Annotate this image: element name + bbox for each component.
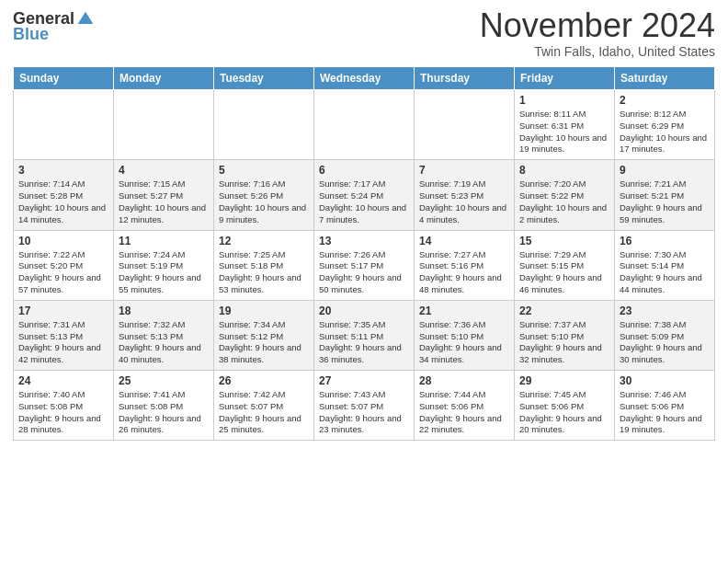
calendar-week-row: 17Sunrise: 7:31 AM Sunset: 5:13 PM Dayli…	[14, 300, 715, 370]
day-number: 7	[419, 164, 509, 177]
day-info: Sunrise: 7:20 AM Sunset: 5:22 PM Dayligh…	[519, 178, 609, 225]
day-info: Sunrise: 7:27 AM Sunset: 5:16 PM Dayligh…	[419, 249, 509, 296]
day-info: Sunrise: 7:15 AM Sunset: 5:27 PM Dayligh…	[119, 178, 209, 225]
day-info: Sunrise: 7:38 AM Sunset: 5:09 PM Dayligh…	[620, 319, 710, 366]
day-info: Sunrise: 7:40 AM Sunset: 5:08 PM Dayligh…	[18, 389, 108, 436]
table-row: 22Sunrise: 7:37 AM Sunset: 5:10 PM Dayli…	[515, 300, 615, 370]
day-info: Sunrise: 7:16 AM Sunset: 5:26 PM Dayligh…	[219, 178, 309, 225]
calendar-week-row: 24Sunrise: 7:40 AM Sunset: 5:08 PM Dayli…	[14, 371, 715, 441]
day-number: 22	[519, 304, 609, 317]
day-number: 9	[620, 164, 710, 177]
day-info: Sunrise: 7:42 AM Sunset: 5:07 PM Dayligh…	[219, 389, 309, 436]
logo-blue-text: Blue	[13, 25, 49, 44]
table-row: 12Sunrise: 7:25 AM Sunset: 5:18 PM Dayli…	[214, 230, 314, 300]
day-info: Sunrise: 7:44 AM Sunset: 5:06 PM Dayligh…	[419, 389, 509, 436]
header-sunday: Sunday	[14, 67, 114, 90]
day-number: 28	[419, 374, 509, 387]
day-number: 15	[519, 235, 609, 247]
day-number: 6	[319, 164, 409, 177]
calendar-week-row: 10Sunrise: 7:22 AM Sunset: 5:20 PM Dayli…	[14, 230, 715, 300]
day-info: Sunrise: 7:29 AM Sunset: 5:15 PM Dayligh…	[519, 249, 609, 296]
table-row: 6Sunrise: 7:17 AM Sunset: 5:24 PM Daylig…	[314, 160, 415, 230]
table-row: 15Sunrise: 7:29 AM Sunset: 5:15 PM Dayli…	[515, 230, 615, 300]
day-info: Sunrise: 7:31 AM Sunset: 5:13 PM Dayligh…	[18, 319, 108, 366]
day-info: Sunrise: 8:11 AM Sunset: 6:31 PM Dayligh…	[519, 109, 609, 155]
day-number: 19	[219, 304, 309, 317]
day-info: Sunrise: 7:36 AM Sunset: 5:10 PM Dayligh…	[419, 319, 509, 366]
table-row: 23Sunrise: 7:38 AM Sunset: 5:09 PM Dayli…	[615, 300, 715, 370]
table-row: 25Sunrise: 7:41 AM Sunset: 5:08 PM Dayli…	[114, 371, 214, 441]
header-wednesday: Wednesday	[314, 67, 415, 90]
day-info: Sunrise: 7:35 AM Sunset: 5:11 PM Dayligh…	[319, 319, 409, 366]
header: General Blue November 2024 Twin Falls, I…	[13, 9, 715, 59]
table-row: 11Sunrise: 7:24 AM Sunset: 5:19 PM Dayli…	[114, 230, 214, 300]
table-row	[214, 90, 314, 160]
day-info: Sunrise: 7:14 AM Sunset: 5:28 PM Dayligh…	[18, 178, 108, 225]
day-number: 11	[119, 235, 209, 247]
day-number: 24	[18, 374, 108, 387]
table-row: 14Sunrise: 7:27 AM Sunset: 5:16 PM Dayli…	[415, 230, 515, 300]
day-number: 12	[219, 235, 309, 247]
day-number: 27	[319, 374, 409, 387]
day-info: Sunrise: 7:46 AM Sunset: 5:06 PM Dayligh…	[620, 389, 710, 436]
day-number: 2	[620, 94, 710, 107]
day-number: 10	[18, 235, 108, 247]
header-monday: Monday	[114, 67, 214, 90]
day-number: 5	[219, 164, 309, 177]
table-row: 5Sunrise: 7:16 AM Sunset: 5:26 PM Daylig…	[214, 160, 314, 230]
day-number: 16	[620, 235, 710, 247]
table-row	[114, 90, 214, 160]
title-block: November 2024 Twin Falls, Idaho, United …	[480, 9, 715, 59]
calendar-table: Sunday Monday Tuesday Wednesday Thursday…	[13, 66, 715, 441]
location: Twin Falls, Idaho, United States	[480, 44, 715, 59]
table-row: 27Sunrise: 7:43 AM Sunset: 5:07 PM Dayli…	[314, 371, 415, 441]
day-info: Sunrise: 7:41 AM Sunset: 5:08 PM Dayligh…	[119, 389, 209, 436]
calendar-header-row: Sunday Monday Tuesday Wednesday Thursday…	[14, 67, 715, 90]
day-info: Sunrise: 7:45 AM Sunset: 5:06 PM Dayligh…	[519, 389, 609, 436]
day-info: Sunrise: 7:34 AM Sunset: 5:12 PM Dayligh…	[219, 319, 309, 366]
page: General Blue November 2024 Twin Falls, I…	[0, 0, 728, 563]
day-number: 26	[219, 374, 309, 387]
day-info: Sunrise: 7:43 AM Sunset: 5:07 PM Dayligh…	[319, 389, 409, 436]
header-thursday: Thursday	[415, 67, 515, 90]
table-row: 9Sunrise: 7:21 AM Sunset: 5:21 PM Daylig…	[615, 160, 715, 230]
table-row: 7Sunrise: 7:19 AM Sunset: 5:23 PM Daylig…	[415, 160, 515, 230]
table-row: 16Sunrise: 7:30 AM Sunset: 5:14 PM Dayli…	[615, 230, 715, 300]
table-row	[14, 90, 114, 160]
table-row: 28Sunrise: 7:44 AM Sunset: 5:06 PM Dayli…	[415, 371, 515, 441]
day-info: Sunrise: 7:26 AM Sunset: 5:17 PM Dayligh…	[319, 249, 409, 296]
day-number: 4	[119, 164, 209, 177]
day-number: 1	[519, 94, 609, 107]
calendar-week-row: 3Sunrise: 7:14 AM Sunset: 5:28 PM Daylig…	[14, 160, 715, 230]
header-tuesday: Tuesday	[214, 67, 314, 90]
day-number: 18	[119, 304, 209, 317]
table-row: 10Sunrise: 7:22 AM Sunset: 5:20 PM Dayli…	[14, 230, 114, 300]
table-row: 19Sunrise: 7:34 AM Sunset: 5:12 PM Dayli…	[214, 300, 314, 370]
day-number: 23	[620, 304, 710, 317]
day-info: Sunrise: 7:37 AM Sunset: 5:10 PM Dayligh…	[519, 319, 609, 366]
day-info: Sunrise: 7:30 AM Sunset: 5:14 PM Dayligh…	[620, 249, 710, 296]
table-row: 13Sunrise: 7:26 AM Sunset: 5:17 PM Dayli…	[314, 230, 415, 300]
day-number: 21	[419, 304, 509, 317]
table-row: 24Sunrise: 7:40 AM Sunset: 5:08 PM Dayli…	[14, 371, 114, 441]
table-row: 17Sunrise: 7:31 AM Sunset: 5:13 PM Dayli…	[14, 300, 114, 370]
table-row: 20Sunrise: 7:35 AM Sunset: 5:11 PM Dayli…	[314, 300, 415, 370]
table-row: 26Sunrise: 7:42 AM Sunset: 5:07 PM Dayli…	[214, 371, 314, 441]
day-info: Sunrise: 7:24 AM Sunset: 5:19 PM Dayligh…	[119, 249, 209, 296]
table-row: 29Sunrise: 7:45 AM Sunset: 5:06 PM Dayli…	[515, 371, 615, 441]
table-row: 8Sunrise: 7:20 AM Sunset: 5:22 PM Daylig…	[515, 160, 615, 230]
day-number: 3	[18, 164, 108, 177]
table-row: 21Sunrise: 7:36 AM Sunset: 5:10 PM Dayli…	[415, 300, 515, 370]
day-number: 8	[519, 164, 609, 177]
day-number: 14	[419, 235, 509, 247]
svg-marker-0	[78, 11, 94, 23]
day-number: 30	[620, 374, 710, 387]
day-info: Sunrise: 8:12 AM Sunset: 6:29 PM Dayligh…	[620, 109, 710, 155]
table-row: 3Sunrise: 7:14 AM Sunset: 5:28 PM Daylig…	[14, 160, 114, 230]
header-saturday: Saturday	[615, 67, 715, 90]
table-row: 30Sunrise: 7:46 AM Sunset: 5:06 PM Dayli…	[615, 371, 715, 441]
day-info: Sunrise: 7:32 AM Sunset: 5:13 PM Dayligh…	[119, 319, 209, 366]
day-number: 20	[319, 304, 409, 317]
table-row: 18Sunrise: 7:32 AM Sunset: 5:13 PM Dayli…	[114, 300, 214, 370]
day-number: 17	[18, 304, 108, 317]
